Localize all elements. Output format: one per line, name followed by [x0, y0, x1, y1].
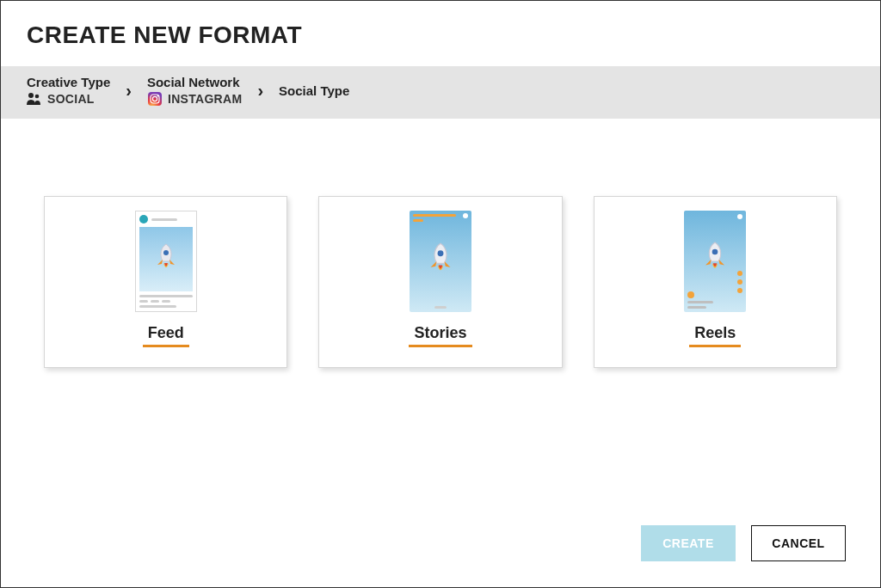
- feed-preview-icon: [135, 211, 197, 312]
- rocket-icon: [149, 241, 183, 275]
- dialog-footer: CREATE CANCEL: [641, 525, 846, 561]
- breadcrumb-label: Social Network: [147, 75, 242, 89]
- format-options: Feed: [1, 119, 880, 368]
- breadcrumb-label: Social Type: [279, 83, 349, 98]
- option-label: Stories: [409, 324, 471, 347]
- breadcrumb: Creative Type SOCIAL › Social Network: [1, 66, 880, 119]
- chevron-right-icon: ›: [257, 81, 263, 101]
- breadcrumb-value: SOCIAL: [47, 92, 95, 106]
- option-label: Reels: [689, 324, 741, 347]
- breadcrumb-value: INSTAGRAM: [168, 92, 242, 106]
- breadcrumb-label: Creative Type: [27, 75, 110, 89]
- svg-point-1: [35, 95, 40, 99]
- breadcrumb-step-social-network[interactable]: Social Network: [147, 75, 242, 107]
- cancel-button[interactable]: CANCEL: [751, 525, 846, 561]
- chevron-right-icon: ›: [126, 81, 132, 101]
- svg-point-8: [712, 249, 718, 255]
- instagram-icon: [147, 91, 163, 107]
- dialog-title: CREATE NEW FORMAT: [1, 1, 880, 66]
- svg-point-0: [28, 93, 34, 98]
- breadcrumb-step-social-type: Social Type: [279, 83, 349, 98]
- rocket-icon: [696, 239, 734, 277]
- svg-point-5: [157, 95, 158, 97]
- stories-preview-icon: [410, 211, 471, 312]
- create-button[interactable]: CREATE: [641, 525, 736, 561]
- option-reels[interactable]: Reels: [594, 196, 837, 368]
- reels-preview-icon: [684, 211, 746, 312]
- people-icon: [27, 91, 42, 107]
- rocket-icon: [421, 240, 460, 279]
- option-label: Feed: [143, 324, 189, 347]
- dialog-create-new-format: CREATE NEW FORMAT Creative Type SOCIAL ›: [0, 0, 881, 588]
- breadcrumb-step-creative-type[interactable]: Creative Type SOCIAL: [27, 75, 110, 107]
- svg-point-6: [163, 250, 169, 255]
- svg-point-7: [438, 250, 444, 256]
- option-stories[interactable]: Stories: [318, 196, 562, 368]
- option-feed[interactable]: Feed: [44, 196, 287, 368]
